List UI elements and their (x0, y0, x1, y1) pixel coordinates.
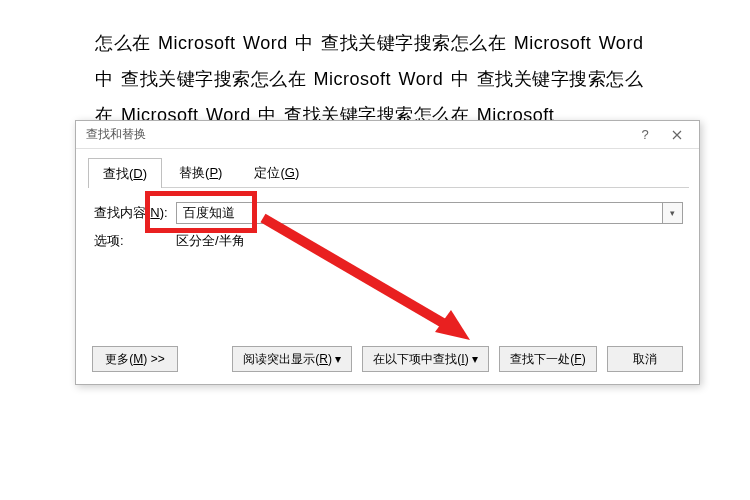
find-replace-dialog: 查找和替换 ? 查找(D) 替换(P) 定位(G) 查找内容(N): ▾ (75, 120, 700, 385)
find-what-label: 查找内容(N): (94, 204, 176, 222)
options-value: 区分全/半角 (176, 232, 245, 250)
find-in-button[interactable]: 在以下项中查找(I) ▾ (362, 346, 489, 372)
tab-replace[interactable]: 替换(P) (164, 157, 237, 187)
close-icon (672, 130, 682, 140)
find-next-button[interactable]: 查找下一处(F) (499, 346, 597, 372)
cancel-button[interactable]: 取消 (607, 346, 683, 372)
document-body-top: 怎么在 Microsoft Word 中 查找关键字搜索怎么在 Microsof… (0, 0, 750, 133)
dialog-content: 查找内容(N): ▾ 选项: 区分全/半角 (76, 188, 699, 250)
more-button[interactable]: 更多(M) >> (92, 346, 178, 372)
tab-find[interactable]: 查找(D) (88, 158, 162, 188)
tab-goto[interactable]: 定位(G) (239, 157, 314, 187)
options-label: 选项: (94, 232, 176, 250)
chevron-down-icon: ▾ (670, 208, 675, 218)
find-history-dropdown[interactable]: ▾ (663, 202, 683, 224)
help-icon: ? (641, 127, 648, 142)
dialog-tabs: 查找(D) 替换(P) 定位(G) (88, 157, 689, 188)
dialog-titlebar[interactable]: 查找和替换 ? (76, 121, 699, 149)
reading-highlight-button[interactable]: 阅读突出显示(R) ▾ (232, 346, 352, 372)
find-what-input[interactable] (176, 202, 663, 224)
close-button[interactable] (661, 123, 693, 147)
help-button[interactable]: ? (629, 123, 661, 147)
dialog-button-row: 更多(M) >> 阅读突出显示(R) ▾ 在以下项中查找(I) ▾ 查找下一处(… (92, 346, 683, 372)
dialog-title: 查找和替换 (86, 126, 629, 143)
